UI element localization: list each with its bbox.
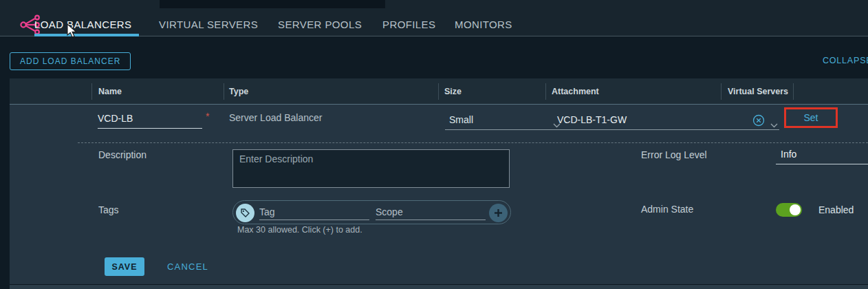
admin-state-toggle[interactable]	[776, 203, 802, 217]
column-divider	[438, 83, 439, 100]
add-load-balancer-button[interactable]: ADD LOAD BALANCER	[10, 52, 131, 70]
column-header-name: Name	[98, 87, 122, 96]
save-button[interactable]: SAVE	[105, 257, 144, 276]
error-log-level-select[interactable]: Info	[776, 147, 868, 164]
tags-hint: Max 30 allowed. Click (+) to add.	[237, 225, 362, 235]
description-textarea[interactable]	[232, 149, 510, 188]
tags-label: Tags	[98, 204, 119, 215]
type-value: Server Load Balancer	[229, 112, 322, 123]
clear-attachment-icon[interactable]	[752, 114, 766, 130]
tab-virtual-servers[interactable]: VIRTUAL SERVERS	[159, 19, 258, 30]
active-tab-underline	[34, 34, 139, 36]
nav-dark-strip	[160, 0, 385, 8]
cancel-button[interactable]: CANCEL	[167, 261, 208, 272]
column-divider	[545, 83, 546, 100]
mouse-cursor	[66, 23, 80, 41]
load-balancer-page: LOAD BALANCERS VIRTUAL SERVERS SERVER PO…	[0, 0, 868, 289]
tag-input[interactable]	[259, 204, 369, 220]
virtual-servers-set-link[interactable]: Set	[786, 109, 836, 126]
column-divider	[91, 83, 92, 100]
size-value: Small	[449, 114, 473, 125]
row-separator	[78, 142, 868, 143]
toggle-knob	[790, 204, 801, 215]
tab-server-pools[interactable]: SERVER POOLS	[278, 19, 362, 30]
tag-icon	[236, 204, 254, 222]
load-balancer-grid: Name Type Size Attachment Virtual Server…	[10, 78, 868, 289]
tags-editor	[232, 200, 511, 224]
column-divider	[793, 83, 794, 100]
tab-load-balancers[interactable]: LOAD BALANCERS	[34, 19, 131, 30]
column-header-virtual-servers: Virtual Servers	[728, 87, 788, 96]
name-input[interactable]	[98, 109, 202, 129]
column-divider	[224, 83, 224, 100]
next-row-strip	[10, 284, 868, 289]
error-log-level-value: Info	[781, 149, 796, 160]
column-header-type: Type	[229, 87, 248, 96]
grid-header-row: Name Type Size Attachment Virtual Server…	[10, 78, 868, 105]
collapse-all-link[interactable]: COLLAPSE ALL	[823, 56, 868, 65]
add-tag-button[interactable]	[489, 204, 508, 222]
attachment-combobox[interactable]: VCD-LB-T1-GW	[550, 112, 779, 130]
tab-profiles[interactable]: PROFILES	[382, 19, 435, 30]
top-nav: LOAD BALANCERS VIRTUAL SERVERS SERVER PO…	[0, 0, 868, 36]
admin-state-value: Enabled	[818, 204, 854, 215]
chevron-down-icon	[770, 118, 778, 131]
column-header-size: Size	[444, 87, 462, 96]
scope-input[interactable]	[376, 204, 486, 220]
admin-state-label: Admin State	[641, 204, 693, 215]
column-divider	[721, 83, 721, 100]
description-label: Description	[98, 149, 147, 160]
set-highlight-box: Set	[784, 107, 838, 128]
column-header-attachment: Attachment	[552, 87, 599, 96]
required-marker: *	[206, 111, 209, 122]
error-log-level-label: Error Log Level	[641, 149, 707, 160]
tab-monitors[interactable]: MONITORS	[455, 19, 512, 30]
attachment-value: VCD-LB-T1-GW	[557, 114, 627, 125]
